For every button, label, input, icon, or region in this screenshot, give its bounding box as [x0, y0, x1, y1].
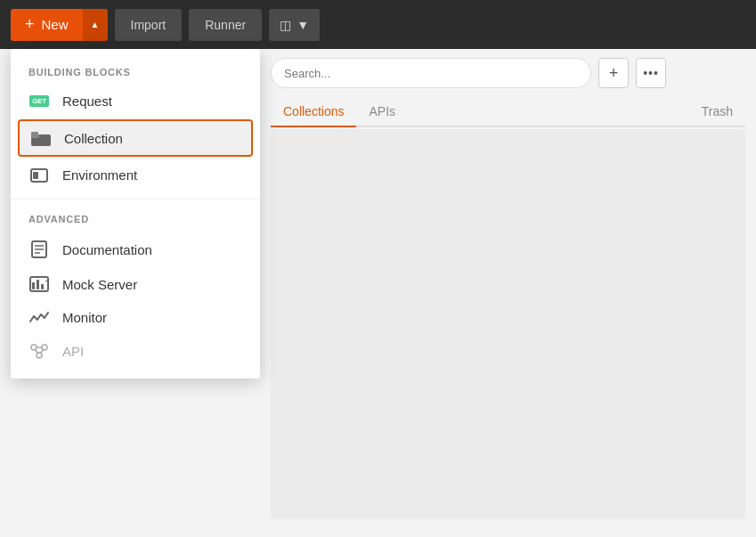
- monitor-icon: [28, 311, 50, 325]
- new-dropdown-menu: BUILDING BLOCKS GET Request Collection E…: [11, 49, 260, 378]
- plus-icon: +: [609, 64, 619, 83]
- search-input[interactable]: [271, 58, 591, 88]
- svg-rect-10: [32, 282, 35, 289]
- new-button-group: + New ▲: [11, 9, 108, 41]
- more-icon: •••: [643, 66, 659, 80]
- environment-icon: [28, 168, 50, 183]
- right-panel: + ••• Collections APIs Trash: [260, 49, 756, 537]
- request-icon: GET: [28, 95, 50, 107]
- svg-rect-12: [41, 284, 44, 289]
- menu-item-api[interactable]: API: [11, 334, 260, 368]
- search-row: + •••: [271, 58, 745, 88]
- import-button[interactable]: Import: [115, 9, 183, 41]
- documentation-label: Documentation: [62, 242, 152, 257]
- svg-line-18: [36, 349, 38, 354]
- collection-label: Collection: [64, 131, 123, 146]
- trash-link[interactable]: Trash: [689, 97, 745, 126]
- request-label: Request: [62, 94, 112, 109]
- tab-apis[interactable]: APIs: [356, 97, 408, 126]
- add-button[interactable]: +: [598, 58, 629, 88]
- toolbar: + New ▲ Import Runner ◫ ▼: [0, 0, 756, 49]
- svg-line-19: [41, 349, 44, 354]
- monitor-label: Monitor: [62, 310, 107, 325]
- mock-server-label: Mock Server: [62, 277, 137, 292]
- new-button[interactable]: + New: [11, 9, 83, 41]
- mock-server-icon: [28, 276, 50, 292]
- svg-rect-2: [31, 132, 38, 136]
- search-container: [271, 58, 591, 88]
- collections-content-area: [271, 129, 745, 519]
- sync-arrow: ▼: [297, 18, 309, 32]
- sync-button[interactable]: ◫ ▼: [269, 9, 320, 41]
- collection-icon: [30, 130, 52, 146]
- api-icon: [28, 343, 50, 359]
- api-label: API: [62, 344, 84, 359]
- menu-item-monitor[interactable]: Monitor: [11, 301, 260, 334]
- menu-item-environment[interactable]: Environment: [11, 159, 260, 191]
- sync-icon: ◫: [280, 18, 291, 32]
- menu-item-request[interactable]: GET Request: [11, 85, 260, 118]
- menu-item-collection[interactable]: Collection: [18, 119, 253, 157]
- new-dropdown-arrow[interactable]: ▲: [83, 9, 108, 41]
- new-button-label: New: [42, 17, 69, 32]
- environment-label: Environment: [62, 167, 137, 183]
- plus-icon: +: [25, 15, 35, 34]
- arrow-up-icon: ▲: [91, 20, 100, 29]
- documentation-icon: [28, 240, 50, 258]
- tab-collections[interactable]: Collections: [271, 97, 356, 127]
- svg-rect-11: [37, 280, 39, 289]
- svg-rect-4: [33, 172, 38, 179]
- tabs-row: Collections APIs Trash: [271, 97, 745, 127]
- more-options-button[interactable]: •••: [636, 58, 666, 88]
- menu-item-mock-server[interactable]: Mock Server: [11, 267, 260, 301]
- advanced-section-label: ADVANCED: [11, 207, 260, 232]
- svg-rect-13: [45, 281, 47, 281]
- building-blocks-section-label: BUILDING BLOCKS: [11, 60, 260, 85]
- menu-item-documentation[interactable]: Documentation: [11, 232, 260, 267]
- menu-divider: [11, 199, 260, 199]
- runner-button[interactable]: Runner: [189, 9, 262, 41]
